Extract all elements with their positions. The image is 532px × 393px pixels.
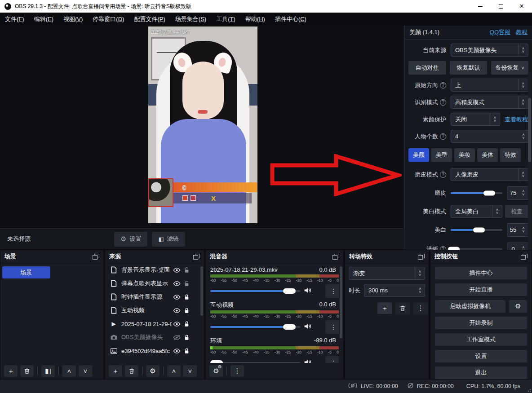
menu-plugin-center[interactable]: 插件中心(C) [270, 15, 311, 23]
start-recording-button[interactable]: 开始录制 [435, 317, 527, 329]
start-virtual-camera-button[interactable]: 启动虚拟摄像机 [435, 300, 505, 313]
transition-select[interactable]: 渐变 ˄˅ [349, 267, 425, 280]
settings-button[interactable]: 设置 [435, 350, 527, 362]
transition-menu-button[interactable]: ⋮ [413, 302, 428, 314]
remove-scene-button[interactable] [20, 365, 34, 377]
scene-item-selected[interactable]: 场景 [2, 266, 50, 278]
add-scene-button[interactable]: ＋ [4, 365, 18, 377]
source-up-button[interactable]: ˄ [167, 365, 181, 377]
smooth-value-spinner[interactable]: 75 ˄˅ [507, 186, 528, 200]
popout-icon[interactable] [332, 254, 339, 260]
lock-closed-icon[interactable] [182, 334, 191, 341]
channel-menu-button[interactable]: ⋮ [325, 320, 339, 334]
eye-visible-icon[interactable] [172, 294, 182, 300]
check-button[interactable]: 检查 [505, 205, 528, 218]
help-icon[interactable]: ? [440, 99, 446, 106]
lock-closed-icon[interactable] [182, 294, 191, 300]
spinner-arrows-icon[interactable]: ˄˅ [416, 287, 425, 294]
qq-support-link[interactable]: QQ客服 [490, 28, 510, 36]
speaker-icon[interactable] [304, 287, 311, 295]
studio-mode-button[interactable]: 工作室模式 [435, 333, 527, 346]
help-icon[interactable]: ? [440, 246, 446, 250]
scene-filters-button[interactable]: ◧ [41, 365, 55, 377]
lock-closed-icon[interactable] [182, 321, 191, 327]
recognition-mode-select[interactable]: 高精度模式 ˄˅ [451, 96, 528, 109]
view-tutorial-link[interactable]: 查看教程 [505, 115, 528, 124]
orientation-select[interactable]: 上 ˄˅ [451, 79, 528, 92]
add-transition-button[interactable]: ＋ [377, 302, 392, 314]
current-source-select[interactable]: OBS美颜摄像头 ˄˅ [451, 44, 528, 57]
sources-scrollbar[interactable] [200, 266, 203, 316]
maximize-button[interactable] [491, 0, 511, 13]
exit-button[interactable]: 退出 [435, 367, 527, 379]
slider-handle[interactable] [473, 227, 485, 232]
menu-view[interactable]: 视图(V) [58, 15, 88, 23]
camera-preview[interactable]: 0 X 2025列表已准备就绪7 [148, 26, 257, 223]
slider-handle[interactable] [448, 247, 460, 250]
source-row[interactable]: 弹幕点歌列表显示 [105, 277, 204, 290]
spinner-arrows-icon[interactable]: ˄˅ [519, 133, 528, 140]
add-source-button[interactable]: ＋ [109, 365, 122, 377]
restore-default-button[interactable]: 恢复默认 [450, 61, 487, 75]
mixer-menu-button[interactable]: ⋮ [231, 365, 244, 377]
clarity-slider[interactable] [451, 243, 502, 250]
menu-edit[interactable]: 编辑(E) [29, 15, 58, 23]
tab-reshape[interactable]: 美型 [431, 148, 452, 162]
tab-makeup[interactable]: 美妆 [454, 148, 475, 162]
smooth-mode-select[interactable]: 人像磨皮 ˄˅ [451, 168, 528, 181]
tab-beauty[interactable]: 美颜 [408, 148, 429, 162]
source-settings-button[interactable]: ⚙ 设置 [114, 232, 147, 247]
eye-visible-icon[interactable] [172, 348, 182, 354]
spinner-arrows-icon[interactable]: ˄˅ [519, 227, 528, 233]
lock-open-icon[interactable] [182, 267, 191, 274]
eye-visible-icon[interactable] [172, 267, 182, 273]
help-icon[interactable]: ? [440, 172, 446, 178]
menu-scene-collection[interactable]: 场景集合(S) [170, 15, 211, 23]
source-row[interactable]: 互动视频 [105, 304, 204, 317]
source-down-button[interactable]: ˅ [183, 365, 197, 377]
slider-handle[interactable] [210, 360, 223, 363]
popout-icon[interactable] [93, 254, 99, 260]
beauty-panel-scrollbar[interactable] [528, 72, 531, 250]
duration-spinner[interactable]: 300 ms ˄˅ [364, 284, 425, 297]
slider-handle[interactable] [283, 324, 296, 330]
spinner-arrows-icon[interactable]: ˄˅ [519, 190, 528, 196]
source-row[interactable]: e394502df49aa5fc [105, 344, 204, 358]
lock-open-icon[interactable] [182, 280, 191, 287]
backup-restore-button[interactable]: 备份恢复˅ [491, 61, 528, 75]
eye-visible-icon[interactable] [172, 308, 182, 314]
mixer-scrollbar[interactable] [340, 266, 342, 338]
tab-body[interactable]: 美体 [477, 148, 498, 162]
source-row[interactable]: 时钟插件显示源 [105, 290, 204, 304]
source-properties-button[interactable]: ⚙ [146, 365, 160, 377]
whiten-mode-select[interactable]: 全局美白 ˄˅ [451, 205, 502, 218]
popout-icon[interactable] [418, 254, 425, 260]
volume-slider[interactable] [210, 290, 300, 292]
eye-visible-icon[interactable] [172, 321, 182, 327]
virtual-camera-settings-button[interactable]: ⚙ [509, 300, 527, 313]
autofocus-button[interactable]: 自动对焦 [408, 61, 446, 75]
remove-source-button[interactable] [125, 365, 138, 377]
resize-grip[interactable] [526, 387, 531, 392]
source-filters-button[interactable]: ◧ 滤镜 [152, 232, 185, 247]
plugin-center-button[interactable]: 插件中心 [435, 267, 527, 279]
volume-slider[interactable] [210, 362, 300, 363]
advanced-audio-button[interactable]: ⚙ [209, 365, 223, 377]
lock-closed-icon[interactable] [182, 348, 191, 354]
eye-hidden-icon[interactable] [172, 335, 182, 340]
speaker-icon[interactable] [304, 323, 311, 331]
smooth-slider[interactable] [451, 186, 502, 199]
speaker-icon[interactable] [304, 359, 311, 363]
menu-tools[interactable]: 工具(T) [211, 15, 240, 23]
scene-up-button[interactable]: ˄ [62, 365, 76, 377]
popout-icon[interactable] [521, 254, 528, 260]
source-row[interactable]: 背景音乐显示-桌面 [105, 263, 204, 277]
popout-icon[interactable] [193, 254, 200, 260]
tutorial-link[interactable]: 教程 [516, 28, 528, 36]
channel-menu-button[interactable]: ⋮ [325, 284, 339, 298]
volume-slider[interactable] [210, 326, 300, 328]
channel-menu-button[interactable]: ⋮ [325, 356, 339, 363]
slider-handle[interactable] [483, 190, 495, 195]
slider-handle[interactable] [283, 288, 296, 294]
source-row[interactable]: OBS美颜摄像头 [105, 331, 204, 344]
